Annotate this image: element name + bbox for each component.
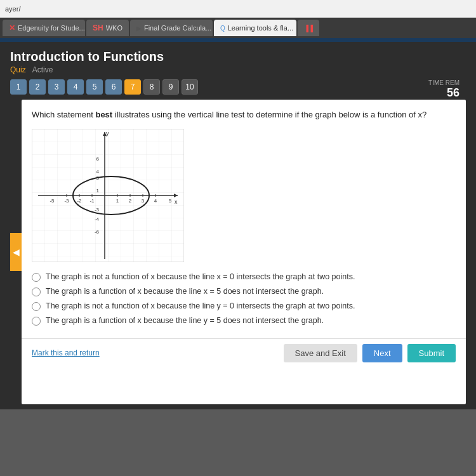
q-num-3[interactable]: 3 (48, 79, 65, 95)
answer-text-c: The graph is not a function of x because… (46, 301, 355, 310)
answer-text-b: The graph is a function of x because the… (46, 287, 324, 296)
question-numbers: 1 2 3 4 5 6 7 8 9 10 (10, 79, 198, 95)
radio-a[interactable] (32, 273, 41, 282)
question-text-after: illustrates using the vertical line test… (112, 110, 426, 119)
tab-final[interactable]: ▶ Final Grade Calcula... (130, 20, 213, 36)
submit-button[interactable]: Submit (407, 344, 456, 362)
quiz-status: Quiz Active (10, 65, 466, 74)
browser-tabs: ✕ Edgenuity for Stude... SH WKO ▶ Final … (0, 18, 476, 38)
time-display: TIME REM 56 (428, 79, 466, 100)
question-text-bold: best (95, 110, 112, 119)
svg-text:4: 4 (96, 169, 100, 175)
svg-text:-3: -3 (95, 207, 100, 213)
answer-choice-b[interactable]: The graph is a function of x because the… (32, 287, 456, 296)
quiz-status-label: Quiz (10, 65, 26, 74)
question-text-before: Which statement (32, 110, 95, 119)
tab-wko[interactable]: SH WKO (86, 20, 129, 36)
tab-edgenuity[interactable]: ✕ Edgenuity for Stude... (3, 20, 85, 36)
quiz-header: Introduction to Functions Quiz Active 1 … (10, 50, 466, 100)
tab-learning-label: Learning tools & fla... (228, 24, 293, 32)
arrow-icon: ◀ (13, 247, 20, 257)
q-num-1[interactable]: 1 (10, 79, 27, 95)
q-num-6[interactable]: 6 (105, 79, 122, 95)
nav-left-arrow[interactable]: ◀ (10, 233, 22, 271)
answer-text-d: The graph is a function of x because the… (46, 316, 324, 325)
bottom-bar: Mark this and return Save and Exit Next … (22, 338, 466, 367)
answer-choice-a[interactable]: The graph is not a function of x because… (32, 272, 456, 282)
tab-extra[interactable]: ▐▐ (298, 20, 319, 36)
answer-choice-c[interactable]: The graph is not a function of x because… (32, 301, 456, 311)
svg-text:y: y (106, 130, 109, 136)
q-icon: Q (220, 25, 225, 32)
svg-text:2: 2 (129, 198, 132, 204)
tab-wko-label: WKO (106, 24, 122, 32)
svg-text:-3: -3 (64, 198, 69, 204)
svg-text:6: 6 (96, 156, 100, 162)
graph-container: -5 -3 -2 -1 1 2 3 4 5 x 6 4 3 1 -3 -4 (32, 129, 184, 262)
q-num-7[interactable]: 7 (124, 79, 141, 95)
sh-icon: SH (93, 23, 103, 32)
q-num-4[interactable]: 4 (67, 79, 84, 95)
tab-edgenuity-label: Edgenuity for Stude... (18, 24, 85, 32)
quiz-content: Which statement best illustrates using t… (22, 100, 466, 404)
time-label: TIME REM (428, 79, 459, 86)
radio-d[interactable] (32, 317, 41, 326)
quiz-title: Introduction to Functions (10, 50, 466, 64)
radio-c[interactable] (32, 302, 41, 311)
tab-learning[interactable]: Q Learning tools & fla... (214, 20, 296, 36)
svg-text:1: 1 (96, 188, 100, 194)
time-value: 56 (428, 86, 459, 100)
svg-text:4: 4 (154, 198, 157, 204)
mark-return-link[interactable]: Mark this and return (32, 348, 100, 357)
svg-text:-1: -1 (89, 198, 95, 204)
answer-choices: The graph is not a function of x because… (32, 272, 456, 326)
red-bar-icon: ▐▐ (304, 25, 313, 32)
q-num-8[interactable]: 8 (143, 79, 160, 95)
svg-text:x: x (175, 199, 178, 205)
question-text: Which statement best illustrates using t… (32, 109, 456, 121)
quiz-status-value: Active (32, 65, 53, 74)
q-num-9[interactable]: 9 (162, 79, 179, 95)
q-num-2[interactable]: 2 (29, 79, 46, 95)
play-icon: ▶ (136, 25, 142, 32)
browser-address-bar: ayer/ (0, 0, 476, 18)
save-exit-button[interactable]: Save and Exit (284, 344, 357, 362)
svg-text:1: 1 (116, 198, 119, 204)
radio-b[interactable] (32, 288, 41, 296)
svg-text:-4: -4 (95, 216, 100, 222)
tab-final-label: Final Grade Calcula... (144, 24, 211, 32)
q-num-5[interactable]: 5 (86, 79, 103, 95)
answer-choice-d[interactable]: The graph is a function of x because the… (32, 316, 456, 326)
svg-text:-5: -5 (50, 198, 55, 204)
edgenuity-icon: ✕ (9, 23, 15, 32)
svg-text:3: 3 (142, 198, 145, 204)
coordinate-graph: -5 -3 -2 -1 1 2 3 4 5 x 6 4 3 1 -3 -4 (32, 129, 184, 262)
q-num-10[interactable]: 10 (182, 79, 198, 95)
main-content: Introduction to Functions Quiz Active 1 … (0, 42, 476, 409)
svg-text:-6: -6 (95, 229, 100, 235)
svg-text:-2: -2 (77, 198, 82, 204)
svg-text:5: 5 (169, 198, 172, 204)
address-text: ayer/ (5, 5, 20, 13)
answer-text-a: The graph is not a function of x because… (46, 272, 355, 281)
next-button[interactable]: Next (362, 344, 402, 362)
